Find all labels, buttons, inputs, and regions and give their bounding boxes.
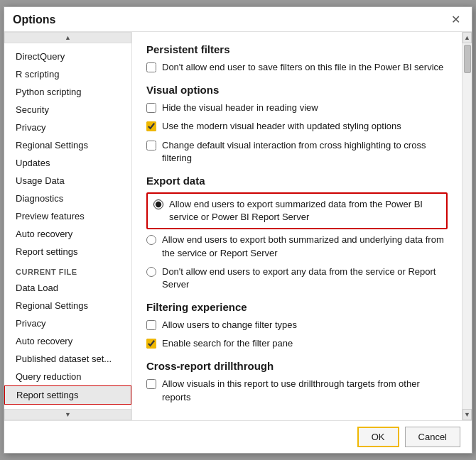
checkbox-vo1[interactable] — [146, 103, 156, 113]
main-scrollbar-thumb[interactable] — [464, 45, 471, 73]
checkbox-fe1[interactable] — [146, 320, 156, 330]
sidebar-item-rscripting[interactable]: R scripting — [4, 65, 131, 83]
label-vo3: Change default visual interaction from c… — [162, 139, 448, 165]
label-pf1: Don't allow end user to save filters on … — [162, 61, 443, 74]
sidebar-item-updates[interactable]: Updates — [4, 154, 131, 172]
sidebar-item-privacy[interactable]: Privacy — [4, 119, 131, 136]
checkbox-cr1[interactable] — [146, 379, 156, 389]
sidebar-item-autorecovery[interactable]: Auto recovery — [4, 225, 131, 243]
label-fe2: Enable search for the filter pane — [162, 337, 293, 350]
radio-ed3[interactable] — [146, 267, 156, 277]
sidebar-item-cf-queryreduction[interactable]: Query reduction — [4, 368, 131, 385]
options-dialog: Options ✕ ▲ DirectQuery R scripting Pyth… — [4, 6, 472, 454]
sidebar-item-directquery[interactable]: DirectQuery — [4, 48, 131, 65]
section-title-crossreport: Cross-report drillthrough — [146, 360, 448, 372]
option-row-ed1: Allow end users to export summarized dat… — [153, 198, 440, 224]
sidebar-item-security[interactable]: Security — [4, 101, 131, 119]
cancel-button[interactable]: Cancel — [405, 427, 460, 447]
ok-button[interactable]: OK — [357, 427, 399, 447]
main-scroll-content: Persistent filters Don't allow end user … — [132, 32, 462, 420]
close-button[interactable]: ✕ — [448, 13, 463, 27]
radio-ed2[interactable] — [146, 235, 156, 245]
option-row-vo1: Hide the visual header in reading view — [146, 102, 448, 114]
dialog-footer: OK Cancel — [4, 420, 472, 453]
sidebar-item-previewfeatures[interactable]: Preview features — [4, 207, 131, 225]
section-title-persistent-filters: Persistent filters — [146, 43, 448, 55]
label-vo2: Use the modern visual header with update… — [162, 120, 401, 133]
checkbox-pf1[interactable] — [146, 62, 156, 72]
option-row-cr1: Allow visuals in this report to use dril… — [146, 378, 448, 403]
option-row-vo2: Use the modern visual header with update… — [146, 120, 448, 133]
section-title-export-data: Export data — [146, 175, 448, 187]
sidebar-item-cf-autorecovery[interactable]: Auto recovery — [4, 332, 131, 350]
sidebar-scroll-down[interactable]: ▼ — [4, 409, 131, 420]
sidebar-item-cf-regionalsettings[interactable]: Regional Settings — [4, 297, 131, 314]
sidebar-item-diagnostics[interactable]: Diagnostics — [4, 190, 131, 207]
export-highlighted-box: Allow end users to export summarized dat… — [146, 192, 448, 229]
label-vo1: Hide the visual header in reading view — [162, 102, 318, 114]
dialog-titlebar: Options ✕ — [4, 7, 472, 32]
option-row-ed2: Allow end users to export both summarize… — [146, 234, 448, 259]
sidebar-scroll-up[interactable]: ▲ — [4, 32, 131, 43]
sidebar-item-cf-publisheddataset[interactable]: Published dataset set... — [4, 350, 131, 368]
label-ed3: Don't allow end users to export any data… — [162, 265, 448, 291]
main-scroll-down-btn[interactable]: ▼ — [463, 409, 472, 420]
sidebar-item-cf-dataload[interactable]: Data Load — [4, 279, 131, 297]
label-ed2: Allow end users to export both summarize… — [162, 234, 448, 259]
option-row-vo3: Change default visual interaction from c… — [146, 139, 448, 165]
section-title-visual-options: Visual options — [146, 84, 448, 96]
option-row-pf1: Don't allow end user to save filters on … — [146, 61, 448, 74]
dialog-body: ▲ DirectQuery R scripting Python scripti… — [4, 32, 472, 420]
sidebar-item-reportsettings[interactable]: Report settings — [4, 243, 131, 261]
label-cr1: Allow visuals in this report to use dril… — [162, 378, 448, 403]
checkbox-fe2[interactable] — [146, 339, 156, 349]
main-scroll-up-btn[interactable]: ▲ — [463, 32, 472, 43]
option-row-ed3: Don't allow end users to export any data… — [146, 265, 448, 291]
option-row-fe2: Enable search for the filter pane — [146, 337, 448, 350]
current-file-header: CURRENT FILE — [4, 261, 131, 279]
sidebar: ▲ DirectQuery R scripting Python scripti… — [4, 32, 132, 420]
checkbox-vo2[interactable] — [146, 121, 156, 131]
section-title-filtering: Filtering experience — [146, 301, 448, 313]
option-row-fe1: Allow users to change filter types — [146, 319, 448, 332]
sidebar-inner: DirectQuery R scripting Python scripting… — [4, 43, 131, 409]
sidebar-item-usagedata[interactable]: Usage Data — [4, 172, 131, 190]
label-fe1: Allow users to change filter types — [162, 319, 297, 332]
sidebar-item-cf-privacy[interactable]: Privacy — [4, 314, 131, 332]
sidebar-item-cf-reportsettings[interactable]: Report settings — [4, 385, 131, 405]
main-scrollbar: ▲ ▼ — [462, 32, 472, 420]
checkbox-vo3[interactable] — [146, 141, 156, 150]
radio-ed1[interactable] — [153, 199, 163, 209]
sidebar-item-pythonscripting[interactable]: Python scripting — [4, 83, 131, 101]
main-content-area: Persistent filters Don't allow end user … — [132, 32, 472, 420]
dialog-title: Options — [13, 13, 55, 26]
sidebar-item-regionalsettings[interactable]: Regional Settings — [4, 136, 131, 154]
label-ed1: Allow end users to export summarized dat… — [169, 198, 440, 224]
